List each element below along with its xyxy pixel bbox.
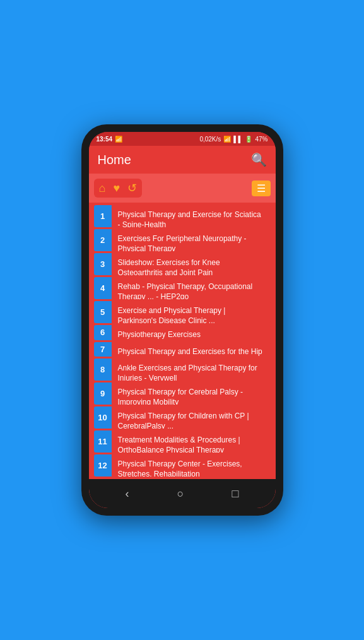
tab-favorite-icon[interactable]: ♥ [113, 182, 120, 195]
list-item-number: 7 [94, 342, 112, 357]
list-item-number: 12 [94, 454, 112, 477]
phone-screen: 13:54 📶 0,02K/s 📶 ▌▌ 🔋 47% Home 🔍 ⌂ ♥ ↺ [89, 132, 276, 508]
recent-apps-button[interactable]: □ [232, 487, 239, 501]
battery-icon: 🔋 [245, 136, 252, 143]
tab-group-right: ☰ [252, 182, 271, 194]
list-item-number: 2 [94, 229, 112, 251]
list-item[interactable]: 6Physiotherapy Exercises [94, 325, 271, 340]
tab-group-main: ⌂ ♥ ↺ [94, 179, 143, 198]
signal-icon: ▌▌ [233, 136, 242, 143]
wifi-icon: 📶 [223, 136, 231, 143]
list-item[interactable]: 5Exercise and Physical Therapy | Parkins… [94, 301, 271, 323]
list-item-title: Treatment Modalities & Procedures | Orth… [112, 430, 271, 453]
list-item-title: Physical Therapy Center - Exercises, Str… [112, 454, 271, 477]
status-time: 13:54 [97, 136, 113, 143]
list-item[interactable]: 11Treatment Modalities & Procedures | Or… [94, 430, 271, 453]
list-item-title: Slideshow: Exercises for Knee Osteoarthr… [112, 253, 271, 275]
search-results-list: 1Physical Therapy and Exercise for Sciat… [89, 203, 276, 479]
bottom-navigation: ‹ ○ □ [89, 479, 276, 508]
list-item-title: Exercises For Peripheral Neuropathy - Ph… [112, 229, 271, 251]
phone-frame: 13:54 📶 0,02K/s 📶 ▌▌ 🔋 47% Home 🔍 ⌂ ♥ ↺ [81, 124, 283, 516]
page-title: Home [98, 153, 131, 167]
list-item[interactable]: 4Rehab - Physical Therapy, Occupational … [94, 277, 271, 299]
battery-percent: 47% [255, 136, 267, 143]
list-item-number: 10 [94, 406, 112, 429]
list-item[interactable]: 3Slideshow: Exercises for Knee Osteoarth… [94, 253, 271, 275]
list-item-title: Physical Therapy and Exercise for Sciati… [112, 205, 271, 227]
list-item[interactable]: 8Ankle Exercises and Physical Therapy fo… [94, 359, 271, 381]
home-button[interactable]: ○ [177, 487, 184, 501]
list-item-number: 11 [94, 430, 112, 453]
status-bar: 13:54 📶 0,02K/s 📶 ▌▌ 🔋 47% [89, 132, 276, 146]
back-button[interactable]: ‹ [126, 487, 129, 501]
list-item-title: Physical Therapy for Children with CP | … [112, 406, 271, 429]
list-item-title: Exercise and Physical Therapy | Parkinso… [112, 301, 271, 323]
search-button[interactable]: 🔍 [251, 152, 267, 167]
list-item-title: Physical Therapy and Exercises for the H… [112, 342, 271, 357]
tab-bar: ⌂ ♥ ↺ ☰ [89, 174, 276, 203]
list-item-number: 6 [94, 325, 112, 340]
sim-icon: 📶 [115, 136, 122, 143]
list-item[interactable]: 9Physical Therapy for Cerebral Palsy - I… [94, 382, 271, 405]
list-item-number: 1 [94, 205, 112, 227]
list-item-number: 8 [94, 359, 112, 381]
list-item-number: 5 [94, 301, 112, 323]
list-item-number: 4 [94, 277, 112, 299]
app-header: Home 🔍 [89, 146, 276, 174]
list-item[interactable]: 12Physical Therapy Center - Exercises, S… [94, 454, 271, 477]
list-item-title: Rehab - Physical Therapy, Occupational T… [112, 277, 271, 299]
list-item[interactable]: 1Physical Therapy and Exercise for Sciat… [94, 205, 271, 227]
tab-menu-icon[interactable]: ☰ [252, 181, 271, 196]
network-speed: 0,02K/s [199, 136, 221, 143]
list-item-number: 3 [94, 253, 112, 275]
list-item-number: 9 [94, 382, 112, 405]
list-item[interactable]: 7Physical Therapy and Exercises for the … [94, 342, 271, 357]
list-item-title: Physiotherapy Exercises [112, 325, 271, 340]
list-item[interactable]: 2Exercises For Peripheral Neuropathy - P… [94, 229, 271, 251]
tab-history-icon[interactable]: ↺ [127, 181, 137, 195]
tab-home-icon[interactable]: ⌂ [99, 182, 106, 195]
list-item-title: Physical Therapy for Cerebral Palsy - Im… [112, 382, 271, 405]
list-item[interactable]: 10Physical Therapy for Children with CP … [94, 406, 271, 429]
list-item-title: Ankle Exercises and Physical Therapy for… [112, 359, 271, 381]
